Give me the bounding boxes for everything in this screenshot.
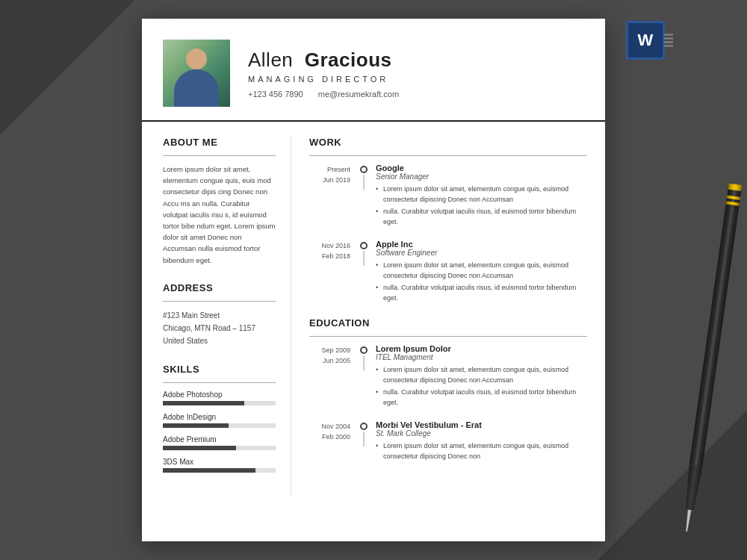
address-section: ADDRESS #123 Main Street Chicago, MTN Ro… (163, 282, 276, 347)
skill-bar-fill-4 (163, 468, 255, 473)
left-column: ABOUT ME Lorem ipsum dolor sit amet, ele… (142, 137, 291, 495)
right-column: WORK Present Jun 2019 Google Senior Mana… (291, 137, 605, 495)
bullet-1-1: Lorem ipsum dolor sit amet, elementum co… (376, 184, 587, 205)
edu-bullets-1: Lorem ipsum dolor sit amet, elementum co… (376, 365, 587, 408)
edu-title: EDUCATION (309, 317, 587, 329)
skill-item: 3DS Max (163, 458, 276, 473)
edu-dates-1: Sep 2009 Jun 2005 (309, 344, 358, 366)
resume-body: ABOUT ME Lorem ipsum dolor sit amet, ele… (142, 122, 605, 495)
work-entry-2: Nov 2016 Feb 2018 Apple Inc Software Eng… (309, 240, 587, 305)
about-title: ABOUT ME (163, 137, 276, 148)
skill-bar-bg-3 (163, 446, 276, 450)
work-date-start-2: Nov 2016 (309, 241, 350, 252)
skill-bar-fill-1 (163, 401, 244, 405)
timeline-dot-1 (360, 166, 368, 173)
first-name: Allen (248, 49, 293, 71)
bg-decoration-tl (0, 0, 134, 134)
skill-bar-fill-2 (163, 423, 229, 428)
edu-bullets-2: Lorem ipsum dolor sit amet, elementum co… (376, 441, 587, 461)
last-name: Gracious (305, 49, 392, 71)
work-section: WORK Present Jun 2019 Google Senior Mana… (309, 137, 587, 305)
pen-band-2 (726, 195, 740, 199)
work-content-2: Apple Inc Software Engineer Lorem ipsum … (370, 240, 587, 305)
about-text: Lorem ipsum dolor sit amet, elementum co… (163, 164, 276, 266)
skill-name-2: Adobe InDesign (163, 413, 276, 421)
about-divider (163, 155, 276, 156)
edu-dot-1 (360, 346, 368, 354)
address-divider (163, 301, 276, 302)
work-divider (309, 155, 587, 156)
bullet-2-1: Lorem ipsum dolor sit amet, elementum co… (376, 261, 587, 281)
skill-name-4: 3DS Max (163, 458, 276, 466)
edu-entry-2: Nov 2004 Feb 2000 Morbi Vel Vestibulum -… (309, 420, 587, 464)
address-line2: Chicago, MTN Road – 1157 (163, 322, 276, 335)
edu-date-start-2: Nov 2004 (309, 422, 350, 432)
edu-dates-2: Nov 2004 Feb 2000 (309, 420, 358, 442)
bullet-2-2: nulla. Curabitur volutpat iaculis risus,… (376, 283, 587, 303)
skills-divider (163, 382, 276, 383)
work-dates-1: Present Jun 2019 (309, 164, 358, 185)
phone: +123 456 7890 (248, 90, 303, 99)
job-bullets-2: Lorem ipsum dolor sit amet, elementum co… (376, 261, 587, 303)
email: me@resumekraft.com (318, 90, 399, 99)
edu-date-end-2: Feb 2000 (309, 432, 350, 443)
work-dates-2: Nov 2016 Feb 2018 (309, 240, 358, 261)
skill-bar-fill-3 (163, 446, 236, 450)
profile-photo (163, 40, 230, 107)
skill-item: Adobe InDesign (163, 413, 276, 428)
header-title: MANAGING DIRECTOR (248, 75, 581, 84)
job-bullets-1: Lorem ipsum dolor sit amet, elementum co… (376, 184, 587, 227)
resume-header: Allen Gracious MANAGING DIRECTOR +123 45… (142, 19, 605, 122)
edu-content-1: Lorem Ipsum Dolor ITEL Managment Lorem i… (370, 344, 587, 410)
skill-bar-bg-2 (163, 423, 276, 428)
edu-date-end-1: Jun 2005 (309, 356, 350, 367)
skills-title: SKILLS (163, 364, 276, 375)
skill-name-1: Adobe Photoshop (163, 391, 276, 399)
skill-item: Adobe Photoshop (163, 391, 276, 405)
word-letter: W (638, 31, 654, 50)
pen-decoration (695, 90, 736, 560)
resume-document: Allen Gracious MANAGING DIRECTOR +123 45… (142, 19, 605, 541)
timeline-dot-col-2 (358, 240, 370, 266)
role-1: Senior Manager (376, 172, 587, 181)
edu-date-start-1: Sep 2009 (309, 346, 350, 356)
education-section: EDUCATION Sep 2009 Jun 2005 Lorem Ipsum … (309, 317, 587, 464)
skill-bar-bg-4 (163, 468, 276, 473)
header-text: Allen Gracious MANAGING DIRECTOR +123 45… (248, 49, 581, 99)
edu-bullet-1-2: nulla. Curabitur volutpat iaculis risus,… (376, 388, 587, 408)
timeline-line-2 (363, 251, 365, 266)
edu-bullet-1-1: Lorem ipsum dolor sit amet, elementum co… (376, 365, 587, 385)
work-content-1: Google Senior Manager Lorem ipsum dolor … (370, 164, 587, 229)
edu-bullet-2-1: Lorem ipsum dolor sit amet, elementum co… (376, 441, 587, 461)
timeline-line-1 (363, 175, 365, 190)
skill-bar-bg-1 (163, 401, 276, 405)
company-1: Google (376, 164, 587, 172)
work-date-end-2: Feb 2018 (309, 252, 350, 262)
edu-divider (309, 336, 587, 337)
header-name: Allen Gracious (248, 49, 581, 72)
header-contact: +123 456 7890 me@resumekraft.com (248, 90, 581, 99)
company-2: Apple Inc (376, 240, 587, 249)
work-title: WORK (309, 137, 587, 148)
edu-dot-col-1 (358, 344, 370, 370)
skill-item: Adobe Premium (163, 435, 276, 450)
skill-name-3: Adobe Premium (163, 435, 276, 444)
address-text: #123 Main Street Chicago, MTN Road – 115… (163, 309, 276, 347)
pen-band-1 (728, 184, 742, 191)
edu-entry-1: Sep 2009 Jun 2005 Lorem Ipsum Dolor ITEL… (309, 344, 587, 410)
pen-band-3 (725, 201, 739, 205)
skills-section: SKILLS Adobe Photoshop Adobe InDesign Ad… (163, 364, 276, 473)
role-2: Software Engineer (376, 249, 587, 257)
work-date-start-1: Present (309, 165, 350, 175)
word-icon-badge[interactable]: W (626, 21, 665, 60)
edu-line-1 (363, 355, 365, 370)
work-entry-1: Present Jun 2019 Google Senior Manager L… (309, 164, 587, 229)
pen-body (689, 184, 742, 467)
address-title: ADDRESS (163, 282, 276, 293)
timeline-dot-2 (360, 242, 368, 249)
institution-2: Morbi Vel Vestibulum - Erat (376, 420, 587, 429)
work-date-end-1: Jun 2019 (309, 175, 350, 186)
word-icon-inner: W (628, 23, 663, 57)
edu-dot-2 (360, 423, 368, 430)
program-2: St. Mark College (376, 429, 587, 438)
